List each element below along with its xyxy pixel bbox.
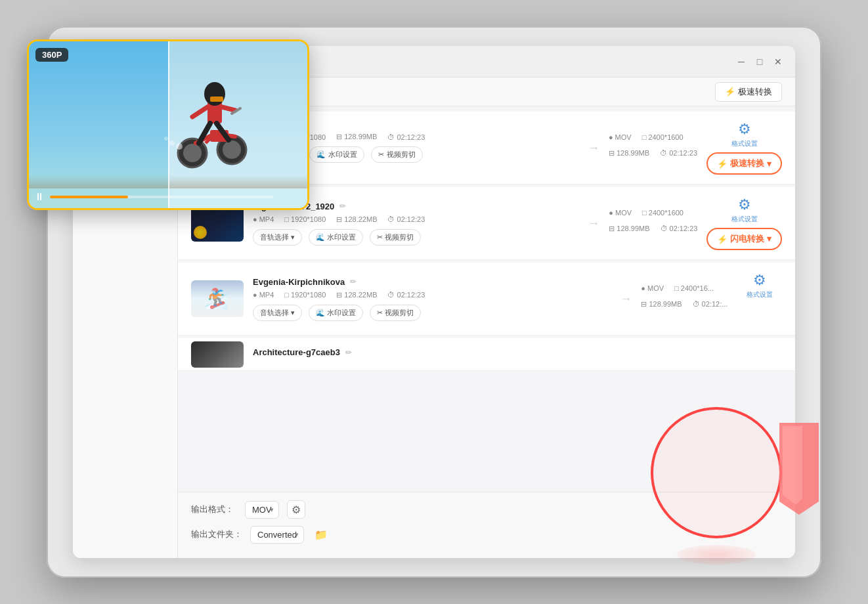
clip-btn-first[interactable]: ✂ 视频剪切	[371, 146, 423, 163]
circular-cursor	[651, 407, 782, 538]
svg-marker-12	[783, 426, 802, 505]
edit-icon-2[interactable]: ✏	[350, 277, 357, 286]
minimize-button[interactable]: ─	[735, 55, 748, 68]
progress-bar[interactable]	[50, 196, 273, 198]
output-format-select-wrapper: MOV MP4 AVI MKV	[245, 501, 279, 519]
svg-point-1	[183, 144, 202, 162]
out-dur-2: ⏱ 02:12:...	[693, 300, 728, 308]
video-actions-1: 音轨选择 ▾ 🌊 水印设置 ✂ 视频剪切	[253, 229, 578, 246]
out-size-1: ⊟ 128.99MB	[609, 225, 649, 233]
audio-track-btn-1[interactable]: 音轨选择 ▾	[253, 229, 302, 246]
convert-btn-first[interactable]: ⚡ 极速转换 ▾	[706, 152, 782, 175]
pause-button[interactable]: ⏸	[34, 191, 45, 203]
format-settings-btn-1[interactable]: ⚙ 格式设置	[731, 196, 758, 224]
maximize-button[interactable]: □	[753, 55, 766, 68]
svg-rect-7	[210, 97, 223, 102]
res-1: □ 1920*1080	[284, 215, 326, 223]
folder-open-icon[interactable]: 📁	[312, 525, 330, 544]
output-meta-2: ● MOV □ 2400*16...	[641, 284, 727, 292]
format-settings-icon-btn[interactable]: ⚙	[287, 500, 305, 519]
arrow-icon-first: →	[588, 141, 599, 155]
format-settings-first: ⚙ 格式设置 ⚡ 极速转换 ▾	[706, 121, 782, 175]
preview-controls: ⏸	[34, 191, 273, 203]
tab-actions: ⚡ 极速转换	[715, 82, 782, 102]
format-2: ● MP4	[253, 291, 274, 299]
edit-icon-3[interactable]: ✏	[345, 348, 352, 357]
video-info-2: Evgenia-Kirpichnikova ✏ ● MP4 □ 1920*108…	[253, 277, 611, 321]
arrow-icon-1: →	[588, 217, 599, 230]
size-first: ⊟ 128.99MB	[336, 133, 377, 141]
video-title-3: Architecture-g7caeb3	[253, 347, 340, 357]
video-thumb-1	[191, 205, 244, 242]
watermark-btn-1[interactable]: 🌊 水印设置	[309, 229, 363, 246]
gear-icon-first: ⚙	[738, 121, 751, 138]
audio-track-btn-2[interactable]: 音轨选择 ▾	[253, 305, 302, 321]
output-folder-label: 输出文件夹：	[191, 528, 242, 540]
output-info-2: ● MOV □ 2400*16... ⊟ 128.99MB ⏱ 02:12:..…	[641, 284, 727, 314]
svg-point-8	[176, 143, 183, 150]
video-title-row-3: Architecture-g7caeb3 ✏	[253, 347, 782, 357]
lightning-icon-convert-1: ⚡	[717, 234, 727, 244]
out-size-2: ⊟ 128.99MB	[641, 300, 682, 309]
format-settings-btn-2[interactable]: ⚙ 格式设置	[747, 272, 773, 299]
output-meta2-2: ⊟ 128.99MB ⏱ 02:12:...	[641, 300, 727, 309]
format-settings-2: ⚙ 格式设置 转换 ▾	[737, 272, 782, 326]
dur-1: ⏱ 02:12:23	[387, 215, 425, 223]
close-button[interactable]: ✕	[771, 55, 785, 68]
video-info-3: Architecture-g7caeb3 ✏	[253, 347, 782, 361]
output-meta-first: ● MOV □ 2400*1600	[609, 133, 697, 141]
svg-point-3	[223, 140, 241, 159]
out-dur-first: ⏱ 02:12:23	[660, 149, 697, 157]
format-settings-btn-first[interactable]: ⚙ 格式设置	[731, 121, 758, 148]
dur-2: ⏱ 02:12:23	[387, 291, 425, 299]
output-format-label: 输出格式：	[191, 504, 237, 515]
speed-convert-label: 极速转换	[738, 86, 772, 98]
output-folder-select-wrapper: Converted	[250, 526, 304, 544]
video-item-2: 🏂 Evgenia-Kirpichnikova ✏ ● MP4 □ 1920*1…	[178, 263, 795, 335]
preview-badge: 360P	[35, 48, 68, 62]
star-decoration-1	[194, 226, 207, 239]
video-thumb-2: 🏂	[191, 280, 244, 317]
clip-btn-1[interactable]: ✂ 视频剪切	[370, 229, 421, 246]
arrow-icon-2: →	[620, 292, 632, 306]
split-line	[168, 41, 169, 208]
cursor-shadow	[677, 545, 756, 565]
output-info-first: ● MOV □ 2400*1600 ⊟ 128.99MB ⏱ 02:12:23	[609, 133, 697, 163]
gear-icon-2: ⚙	[753, 272, 766, 289]
size-2: ⊟ 128.22MB	[336, 291, 377, 299]
video-title-2: Evgenia-Kirpichnikova	[253, 277, 345, 287]
out-format-2: ● MOV	[641, 284, 664, 292]
tablet-frame: ▶ 三年二班邱小冬 ♥ ▾ 开通VIP 客服 菜单 ─ □ ✕ 🎵	[47, 26, 821, 578]
output-meta2-1: ⊟ 128.99MB ⏱ 02:12:23	[609, 225, 697, 233]
convert-btn-1[interactable]: ⚡闪电转换 ▾	[706, 228, 782, 250]
res-2: □ 1920*1080	[284, 291, 326, 299]
out-size-first: ⊟ 128.99MB	[609, 149, 649, 158]
out-res-2: □ 2400*16...	[674, 284, 714, 292]
output-folder-select[interactable]: Converted	[250, 526, 304, 544]
lightning-icon: ⚡	[725, 87, 735, 97]
watermark-btn-first[interactable]: 🌊 水印设置	[309, 146, 364, 163]
dur-first: ⏱ 02:12:23	[387, 133, 425, 141]
speed-convert-button[interactable]: ⚡ 极速转换	[715, 82, 782, 102]
progress-bar-fill	[50, 196, 128, 198]
output-meta2-first: ⊟ 128.99MB ⏱ 02:12:23	[609, 149, 697, 158]
video-thumb-3	[191, 341, 244, 368]
format-1: ● MP4	[253, 215, 274, 223]
video-meta-1: ● MP4 □ 1920*1080 ⊟ 128.22MB ⏱ 02:12:23	[253, 215, 578, 224]
format-settings-1: ⚙ 格式设置 ⚡闪电转换 ▾	[706, 196, 782, 250]
edit-icon-1[interactable]: ✏	[339, 202, 346, 211]
clip-btn-2[interactable]: ✂ 视频剪切	[370, 305, 421, 321]
watermark-btn-2[interactable]: 🌊 水印设置	[309, 305, 363, 321]
out-dur-1: ⏱ 02:12:23	[661, 225, 698, 232]
motocross-rider	[163, 48, 255, 182]
preview-overlay: 360P	[27, 39, 309, 210]
out-format-first: ● MOV	[609, 133, 632, 141]
video-actions-2: 音轨选择 ▾ 🌊 水印设置 ✂ 视频剪切	[253, 305, 611, 321]
video-item-3: Architecture-g7caeb3 ✏	[178, 338, 795, 371]
gear-icon-1: ⚙	[738, 196, 751, 213]
cursor-decoration-container	[651, 407, 782, 538]
output-format-select[interactable]: MOV MP4 AVI MKV	[245, 501, 279, 519]
output-info-1: ● MOV □ 2400*1600 ⊟ 128.99MB ⏱ 02:12:23	[609, 209, 697, 238]
out-format-1: ● MOV	[609, 209, 632, 217]
video-meta-2: ● MP4 □ 1920*1080 ⊟ 128.22MB ⏱ 02:12:23	[253, 291, 611, 299]
